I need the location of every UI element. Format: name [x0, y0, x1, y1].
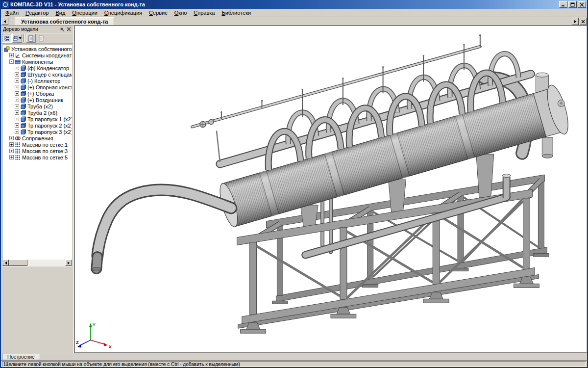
part-icon: [20, 116, 26, 122]
menu-item-8[interactable]: Библиотеки: [219, 9, 255, 16]
tree-item-label: (+) Сборка: [27, 91, 54, 97]
scroll-left-arrow[interactable]: [2, 260, 9, 266]
pin-panel-button[interactable]: [59, 26, 65, 32]
close-button[interactable]: [578, 1, 586, 8]
tree-expander[interactable]: +: [15, 130, 19, 134]
tree-structure-button[interactable]: [2, 34, 12, 43]
axes-triad: Y X Z: [76, 322, 112, 349]
tree-item-label: Массив по сетке:3: [22, 148, 68, 154]
status-message: Щелкните левой кнопкой мыши на объекте д…: [2, 361, 586, 367]
part-icon: [20, 110, 26, 116]
axis-y-label: Y: [93, 322, 96, 327]
tree-expander[interactable]: +: [9, 155, 14, 159]
part-icon: [20, 123, 26, 129]
left-arrow-icon: [4, 20, 6, 23]
tab-close-button[interactable]: [580, 18, 587, 25]
scroll-track[interactable]: [9, 260, 65, 266]
sheet-tabs: Построение: [1, 353, 587, 360]
tree-expander[interactable]: +: [15, 66, 19, 70]
close-panel-button[interactable]: [66, 26, 72, 32]
panel-header: Дерево модели: [1, 26, 73, 33]
tree-item-3[interactable]: +(ф) Конденсатор: [2, 65, 72, 71]
tab-scroll-left-button[interactable]: [1, 18, 8, 25]
tree-item-16[interactable]: +Массив по сетке:3: [2, 148, 72, 154]
menu-item-6[interactable]: Окно: [171, 9, 191, 16]
outlet-pipe[interactable]: [92, 190, 231, 271]
menu-item-5[interactable]: Сервис: [146, 9, 171, 16]
tab-postroenie[interactable]: Построение: [2, 353, 40, 360]
tree-item-label: (ф) Конденсатор: [27, 65, 69, 71]
right-arrow-icon: [574, 20, 576, 23]
array-icon: [15, 142, 21, 148]
titlebar[interactable]: КОМПАС-3D V11 - Установка собственного к…: [1, 0, 587, 9]
tree-expander[interactable]: -: [9, 59, 14, 64]
tree-expander[interactable]: +: [15, 85, 19, 89]
tree-item-2[interactable]: -Компоненты: [2, 58, 72, 65]
mates-icon: [15, 135, 21, 141]
tree-expander[interactable]: +: [15, 72, 19, 77]
csys-icon: [15, 53, 21, 58]
tree-item-label: Установка собственного конд: [11, 46, 72, 52]
tree-expander[interactable]: +: [15, 110, 19, 115]
tree-item-4[interactable]: +Штуцер с кольцами 1: [2, 71, 72, 78]
tree-item-11[interactable]: +Тр паропуск 1 (х2): [2, 116, 72, 122]
tree-expander[interactable]: +: [15, 98, 19, 102]
menu-item-2[interactable]: Вид: [52, 9, 69, 16]
array-icon: [15, 155, 21, 160]
tree-expander[interactable]: +: [9, 53, 14, 57]
document-tab[interactable]: Установка собственного конд-та: [15, 17, 114, 25]
tree-item-0[interactable]: Установка собственного конд: [2, 46, 72, 52]
right-arrow-icon: [68, 262, 70, 264]
tree-item-6[interactable]: +(+) Опорная констру: [2, 84, 72, 90]
maximize-button[interactable]: [568, 1, 577, 8]
viewport-3d-canvas[interactable]: Y X Z: [75, 26, 587, 352]
document-gray-icon: [38, 35, 44, 42]
part-icon: [20, 78, 26, 84]
report-settings-button[interactable]: [36, 34, 46, 43]
model-tree-panel: Дерево модели Установка собственного кон…: [1, 26, 73, 353]
tree-item-13[interactable]: +Тр паропуск 3 (х2): [2, 129, 72, 135]
menu-item-3[interactable]: Операции: [69, 9, 100, 16]
part-icon: [20, 84, 26, 90]
tree-item-9[interactable]: +Труба (х2): [2, 103, 72, 109]
scroll-right-arrow[interactable]: [65, 260, 72, 266]
viewport-3d[interactable]: Y X Z: [74, 26, 587, 353]
tree-item-label: Тр паропуск 1 (х2): [27, 116, 72, 122]
tree-item-12[interactable]: +Тр паропуск 2 (х2): [2, 122, 72, 129]
dropdown-arrow-icon: [19, 37, 22, 39]
bottom-tab-label: Построение: [7, 354, 35, 360]
tree-item-label: Труба 2 (х6): [27, 110, 57, 116]
panel-filler: [1, 266, 73, 353]
menubar: ФайлРедакторВидОперацииСпецификацияСерви…: [1, 9, 587, 17]
minimize-button[interactable]: [559, 1, 567, 8]
tree-horizontal-scrollbar[interactable]: [2, 260, 72, 266]
menu-item-1[interactable]: Редактор: [22, 9, 52, 16]
tree-item-10[interactable]: +Труба 2 (х6): [2, 109, 72, 116]
part-icon: [20, 72, 26, 78]
tab-scroll-right-button[interactable]: [572, 18, 579, 25]
tree-expander[interactable]: +: [15, 91, 19, 96]
pin-icon: [60, 27, 65, 32]
left-arrow-icon: [5, 262, 7, 264]
tree-expander[interactable]: +: [15, 123, 19, 128]
scroll-thumb[interactable]: [9, 260, 27, 266]
menu-item-0[interactable]: Файл: [2, 9, 22, 16]
tree-composition-button[interactable]: [12, 34, 22, 43]
tree-item-1[interactable]: +Системы координат: [2, 52, 72, 58]
tree-item-17[interactable]: +Массив по сетке:5: [2, 154, 72, 160]
tree-item-label: Тр паропуск 3 (х2): [27, 129, 72, 135]
tree-item-8[interactable]: +(+) Воздушник: [2, 97, 72, 103]
tree-expander[interactable]: +: [15, 104, 19, 108]
report-button[interactable]: [26, 34, 36, 43]
tree-expander[interactable]: +: [9, 142, 14, 147]
tree-item-5[interactable]: +(-) Коллектор: [2, 78, 72, 84]
tree-item-15[interactable]: +Массив по сетке:1: [2, 141, 72, 148]
tree-expander[interactable]: +: [9, 136, 14, 140]
tree-item-7[interactable]: +(+) Сборка: [2, 90, 72, 97]
menu-item-7[interactable]: Справка: [190, 9, 218, 16]
tree-expander[interactable]: +: [15, 117, 19, 121]
tree-expander[interactable]: +: [15, 79, 19, 83]
tree-expander[interactable]: +: [9, 149, 14, 153]
tree-item-14[interactable]: +Сопряжения: [2, 135, 72, 141]
menu-item-4[interactable]: Спецификация: [101, 9, 146, 16]
